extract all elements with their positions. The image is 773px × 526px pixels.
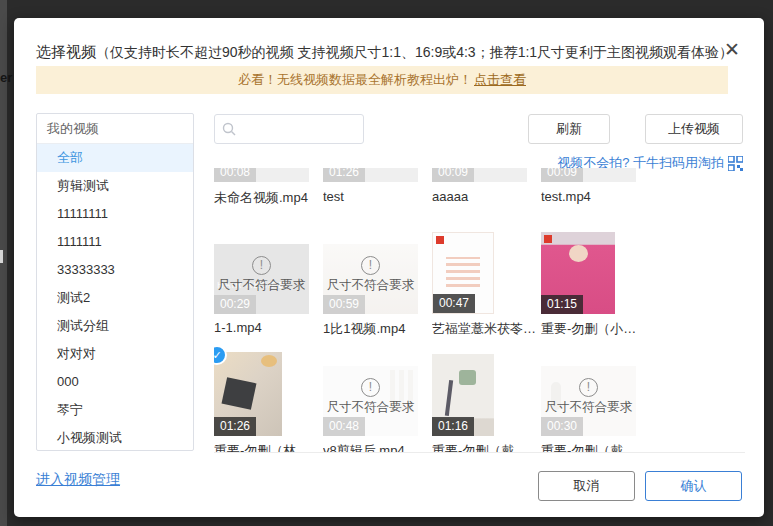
video-thumbnail-wrap: 00:09 <box>541 168 650 182</box>
group-item[interactable]: 小视频测试 <box>37 424 193 452</box>
dialog-title: 选择视频（仅支持时长不超过90秒的视频 支持视频尺寸1:1、16:9或4:3；推… <box>36 43 696 62</box>
duration-badge: 00:48 <box>323 417 365 436</box>
video-thumbnail-wrap: 01:16 <box>432 352 541 436</box>
thumbnail-detail <box>544 235 552 243</box>
close-icon[interactable]: ✕ <box>724 40 740 59</box>
group-panel: 我的视频 全部剪辑测试11111111111111133333333测试2测试分… <box>36 113 194 451</box>
video-thumbnail: 01:15 <box>541 232 615 314</box>
notice-text: 必看！无线视频数据最全解析教程出炉！ <box>238 71 472 89</box>
video-thumbnail-wrap: 00:09 <box>432 168 541 182</box>
refresh-button[interactable]: 刷新 <box>528 114 610 144</box>
video-card[interactable]: 01:15重要-勿删（小… <box>541 230 650 337</box>
duration-badge: 00:29 <box>214 295 256 314</box>
invalid-size-text: 尺寸不符合要求 <box>327 277 415 294</box>
manage-videos-link[interactable]: 进入视频管理 <box>36 471 120 489</box>
video-thumbnail: !尺寸不符合要求00:48 <box>323 366 418 436</box>
group-item[interactable]: 剪辑测试 <box>37 172 193 200</box>
video-thumbnail: 00:08 <box>214 168 309 182</box>
video-title: 重要-勿删（戴… <box>541 442 645 453</box>
group-item[interactable]: 33333333 <box>37 256 193 284</box>
notice-view-link[interactable]: 点击查看 <box>474 71 526 89</box>
cancel-button[interactable]: 取消 <box>538 471 635 501</box>
video-card[interactable]: 01:26✓重要-勿删（林… <box>214 352 323 453</box>
duration-badge: 01:26 <box>214 417 256 436</box>
video-thumbnail-wrap: HAIR RECIPE!尺寸不符合要求00:29 <box>214 230 323 314</box>
video-card[interactable]: !尺寸不符合要求00:30重要-勿删（戴… <box>541 352 650 453</box>
video-card[interactable]: 00:09aaaaa <box>432 168 541 206</box>
search-icon <box>222 122 236 136</box>
video-card[interactable]: HAIR RECIPE!尺寸不符合要求00:291-1.mp4 <box>214 230 323 337</box>
group-item[interactable]: 对对对 <box>37 340 193 368</box>
video-thumbnail: 00:09 <box>432 168 527 182</box>
upload-video-button[interactable]: 上传视频 <box>645 114 743 144</box>
video-card[interactable]: 01:26test <box>323 168 432 206</box>
video-grid-row: HAIR RECIPE!尺寸不符合要求00:291-1.mp4!尺寸不符合要求0… <box>214 230 745 337</box>
group-item[interactable]: 测试分组 <box>37 312 193 340</box>
group-item[interactable]: 琴宁 <box>37 396 193 424</box>
search-box <box>214 114 364 144</box>
warning-icon: ! <box>361 378 380 397</box>
video-grid-row: 00:08未命名视频.mp401:26test00:09aaaaa00:09te… <box>214 168 745 206</box>
confirm-button[interactable]: 确认 <box>645 471 742 501</box>
video-thumbnail: 01:26✓ <box>214 352 282 436</box>
warning-icon: ! <box>579 378 598 397</box>
warning-icon: ! <box>252 256 271 275</box>
thumbnail-detail <box>222 377 257 410</box>
video-title: 重要-勿删（小… <box>541 320 645 337</box>
notice-bar: 必看！无线视频数据最全解析教程出炉！ 点击查看 <box>36 66 728 94</box>
backdrop-artifact <box>0 250 3 263</box>
group-item[interactable]: 000 <box>37 368 193 396</box>
dialog-title-note: （仅支持时长不超过90秒的视频 支持视频尺寸1:1、16:9或4:3；推荐1:1… <box>96 44 733 60</box>
video-title: test <box>323 189 427 206</box>
group-list: 全部剪辑测试11111111111111133333333测试2测试分组对对对0… <box>37 144 193 452</box>
group-item[interactable]: 全部 <box>37 144 193 172</box>
selected-check-icon: ✓ <box>214 345 227 365</box>
duration-badge: 00:08 <box>214 168 256 182</box>
video-thumbnail-wrap: 01:15 <box>541 230 650 314</box>
video-title: 重要-勿删（林… <box>214 442 318 453</box>
video-thumbnail-wrap: 01:26✓ <box>214 352 323 436</box>
video-thumbnail-wrap: !尺寸不符合要求00:30 <box>541 352 650 436</box>
group-item[interactable]: 1111111 <box>37 228 193 256</box>
video-thumbnail-wrap: !尺寸不符合要求00:48 <box>323 352 432 436</box>
video-title: 1-1.mp4 <box>214 320 318 337</box>
thumbnail-detail <box>436 236 444 244</box>
video-thumbnail-wrap: 01:26 <box>323 168 432 182</box>
group-item[interactable]: 测试2 <box>37 284 193 312</box>
video-title: 1比1视频.mp4 <box>323 320 427 337</box>
duration-badge: 00:30 <box>541 417 583 436</box>
video-card[interactable]: 00:08未命名视频.mp4 <box>214 168 323 206</box>
dialog-title-main: 选择视频 <box>36 43 96 60</box>
video-title: 艺福堂薏米茯苓… <box>432 320 536 337</box>
video-title: v8剪辑后.mp4 <box>323 442 427 453</box>
video-card[interactable]: 00:09test.mp4 <box>541 168 650 206</box>
group-item[interactable]: 11111111 <box>37 200 193 228</box>
invalid-size-text: 尺寸不符合要求 <box>545 399 633 416</box>
duration-badge: 00:09 <box>541 168 583 182</box>
thumbnail-detail <box>261 355 277 367</box>
video-grid-row: 01:26✓重要-勿删（林…!尺寸不符合要求00:48v8剪辑后.mp401:1… <box>214 352 745 453</box>
video-card[interactable]: 01:16重要-勿删（戴… <box>432 352 541 453</box>
video-title: aaaaa <box>432 189 536 206</box>
duration-badge: 01:16 <box>432 417 474 436</box>
video-title: 未命名视频.mp4 <box>214 189 318 206</box>
video-thumbnail: !尺寸不符合要求00:59 <box>323 244 418 314</box>
video-card[interactable]: !尺寸不符合要求00:48v8剪辑后.mp4 <box>323 352 432 453</box>
thumbnail-detail <box>445 380 453 416</box>
video-thumbnail-wrap: !尺寸不符合要求00:59 <box>323 230 432 314</box>
invalid-size-text: 尺寸不符合要求 <box>218 277 306 294</box>
search-input[interactable] <box>241 122 363 137</box>
video-thumbnail: 01:16 <box>432 354 494 436</box>
invalid-size-text: 尺寸不符合要求 <box>327 399 415 416</box>
video-card[interactable]: !尺寸不符合要求00:591比1视频.mp4 <box>323 230 432 337</box>
video-card[interactable]: 00:47艺福堂薏米茯苓… <box>432 230 541 337</box>
thumbnail-detail <box>569 245 588 262</box>
video-thumbnail: 00:47 <box>432 232 494 314</box>
video-thumbnail-wrap: 00:08 <box>214 168 323 182</box>
video-thumbnail: HAIR RECIPE!尺寸不符合要求00:29 <box>214 244 309 314</box>
video-thumbnail-wrap: 00:47 <box>432 230 541 314</box>
duration-badge: 00:09 <box>432 168 474 182</box>
group-select[interactable]: 我的视频 <box>37 114 193 144</box>
thumbnail-detail <box>459 370 476 385</box>
video-thumbnail: 01:26 <box>323 168 418 182</box>
